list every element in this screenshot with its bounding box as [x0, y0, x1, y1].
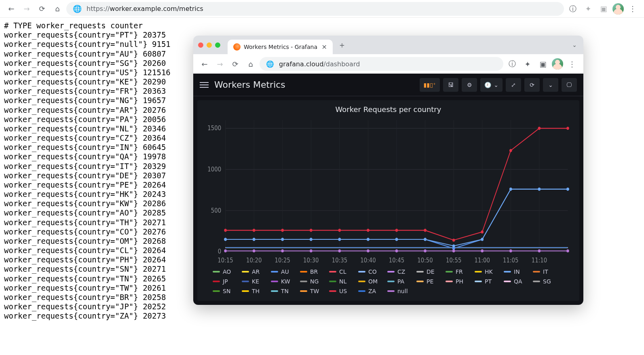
legend-item-HK[interactable]: HK — [475, 268, 500, 275]
legend-item-OM[interactable]: OM — [358, 278, 383, 285]
legend-item-AO[interactable]: AO — [213, 268, 238, 275]
svg-point-63 — [367, 238, 370, 241]
window-minimize-icon[interactable] — [207, 42, 212, 48]
legend-item-CL[interactable]: CL — [329, 268, 354, 275]
gw-user-avatar[interactable] — [552, 58, 563, 70]
tabs-dropdown-icon[interactable]: ⌄ — [572, 42, 577, 48]
legend-item-US[interactable]: US — [329, 288, 354, 294]
svg-point-44 — [566, 127, 569, 130]
gw-panel-icon[interactable]: ▣ — [536, 57, 549, 70]
legend-item-PH[interactable]: PH — [446, 278, 471, 285]
nav-forward-button[interactable]: → — [20, 2, 33, 15]
legend-item-FR[interactable]: FR — [446, 268, 471, 275]
legend-item-BR[interactable]: BR — [300, 268, 325, 275]
info-icon[interactable]: ⓘ — [566, 2, 579, 15]
svg-text:10:50: 10:50 — [417, 257, 433, 264]
svg-point-58 — [224, 238, 227, 241]
gw-back-button[interactable]: ← — [198, 57, 211, 70]
refresh-interval-button[interactable]: ⌄ — [543, 78, 558, 92]
gw-reload-button[interactable]: ⟳ — [229, 57, 242, 70]
legend-item-PT[interactable]: PT — [475, 278, 500, 285]
bar-chart-plus-icon: ▮▮▯⁺ — [424, 82, 436, 88]
svg-point-66 — [452, 244, 455, 247]
svg-point-60 — [281, 238, 284, 241]
legend-item-null[interactable]: null — [387, 288, 412, 294]
legend-item-NL[interactable]: NL — [329, 278, 354, 285]
dashboard-title: Workers Metrics — [214, 80, 285, 90]
save-dashboard-button[interactable]: 🖫 — [443, 78, 458, 92]
legend-item-TW[interactable]: TW — [300, 288, 325, 294]
legend-item-KW[interactable]: KW — [271, 278, 296, 285]
svg-text:10:25: 10:25 — [275, 257, 291, 264]
legend-item-ZA[interactable]: ZA — [358, 288, 383, 294]
dashboard-header: Workers Metrics ▮▮▯⁺ 🖫 ⚙ 🕘⌄ ⤢ ⟳ ⌄ 🖵 — [193, 74, 583, 96]
site-info-icon[interactable]: 🌐 — [73, 4, 82, 13]
refresh-icon: ⟳ — [530, 82, 534, 88]
legend-item-AR[interactable]: AR — [242, 268, 267, 275]
window-zoom-icon[interactable] — [215, 42, 220, 48]
legend-item-IT[interactable]: IT — [533, 268, 558, 275]
legend-item-NG[interactable]: NG — [300, 278, 325, 285]
legend-item-TN[interactable]: TN — [271, 288, 296, 294]
legend-item-SN[interactable]: SN — [213, 288, 238, 294]
chart-area[interactable]: 05001000150010:1510:2010:2510:3010:3510:… — [201, 115, 575, 265]
gw-forward-button[interactable]: → — [213, 57, 226, 70]
legend-item-CO[interactable]: CO — [358, 268, 383, 275]
svg-point-38 — [395, 229, 398, 232]
grafana-favicon-icon — [233, 43, 241, 51]
gw-menu-button[interactable]: ⋮ — [566, 57, 579, 70]
legend-item-AU[interactable]: AU — [271, 268, 296, 275]
browser-menu-button[interactable]: ⋮ — [626, 2, 639, 15]
gw-info-icon[interactable]: ⓘ — [506, 57, 519, 70]
extensions-icon[interactable]: ✦ — [582, 2, 595, 15]
svg-text:500: 500 — [211, 207, 222, 214]
svg-point-77 — [395, 249, 398, 253]
tab-close-icon[interactable]: ✕ — [322, 43, 327, 51]
legend-item-CZ[interactable]: CZ — [387, 268, 412, 275]
hamburger-menu-icon[interactable] — [200, 82, 209, 88]
nav-reload-button[interactable]: ⟳ — [36, 2, 49, 15]
legend-item-PA[interactable]: PA — [387, 278, 412, 285]
svg-point-34 — [281, 229, 284, 232]
refresh-button[interactable]: ⟳ — [524, 78, 540, 92]
nav-back-button[interactable]: ← — [5, 2, 18, 15]
window-traffic-lights[interactable] — [198, 42, 220, 48]
nav-home-button[interactable]: ⌂ — [51, 2, 64, 15]
grafana-browser-window: Workers Metrics - Grafana ✕ ＋ ⌄ ← → ⟳ ⌂ … — [193, 36, 583, 305]
svg-point-64 — [395, 238, 398, 241]
add-panel-button[interactable]: ▮▮▯⁺ — [420, 78, 440, 92]
gw-extensions-icon[interactable]: ✦ — [521, 57, 534, 70]
address-bar[interactable]: 🌐 https://worker.example.com/metrics — [66, 2, 564, 16]
time-picker-button[interactable]: 🕘⌄ — [480, 78, 503, 92]
gear-icon: ⚙ — [467, 82, 472, 88]
legend-item-SG[interactable]: SG — [533, 278, 558, 285]
window-close-icon[interactable] — [198, 42, 203, 48]
view-mode-button[interactable]: 🖵 — [562, 78, 577, 92]
legend-item-IN[interactable]: IN — [504, 268, 529, 275]
svg-point-37 — [367, 229, 370, 232]
svg-text:11:00: 11:00 — [475, 257, 490, 264]
legend-item-PE[interactable]: PE — [416, 278, 441, 285]
svg-text:10:30: 10:30 — [303, 257, 319, 264]
gw-home-button[interactable]: ⌂ — [244, 57, 257, 70]
dashboard-settings-button[interactable]: ⚙ — [462, 78, 477, 92]
legend-item-QA[interactable]: QA — [504, 278, 529, 285]
svg-text:10:55: 10:55 — [446, 257, 462, 264]
legend-item-DE[interactable]: DE — [416, 268, 441, 275]
gw-site-info-icon[interactable]: 🌐 — [266, 60, 274, 68]
panel-icon[interactable]: ▣ — [597, 2, 610, 15]
browser-tab[interactable]: Workers Metrics - Grafana ✕ — [228, 40, 333, 54]
legend-item-TH[interactable]: TH — [242, 288, 267, 294]
chevron-down-icon: ⌄ — [494, 82, 498, 88]
svg-point-79 — [452, 249, 455, 253]
grafana-tabstrip: Workers Metrics - Grafana ✕ ＋ ⌄ — [193, 36, 583, 54]
gw-address-bar[interactable]: 🌐 grafana.cloud/dashboard — [260, 57, 503, 71]
legend-item-KE[interactable]: KE — [242, 278, 267, 285]
legend-item-JP[interactable]: JP — [213, 278, 238, 285]
zoom-out-button[interactable]: ⤢ — [506, 78, 521, 92]
monitor-icon: 🖵 — [566, 82, 572, 88]
outer-browser-toolbar: ← → ⟳ ⌂ 🌐 https://worker.example.com/met… — [0, 0, 644, 18]
new-tab-button[interactable]: ＋ — [336, 39, 348, 51]
svg-point-73 — [281, 249, 284, 253]
user-avatar[interactable] — [612, 3, 624, 15]
